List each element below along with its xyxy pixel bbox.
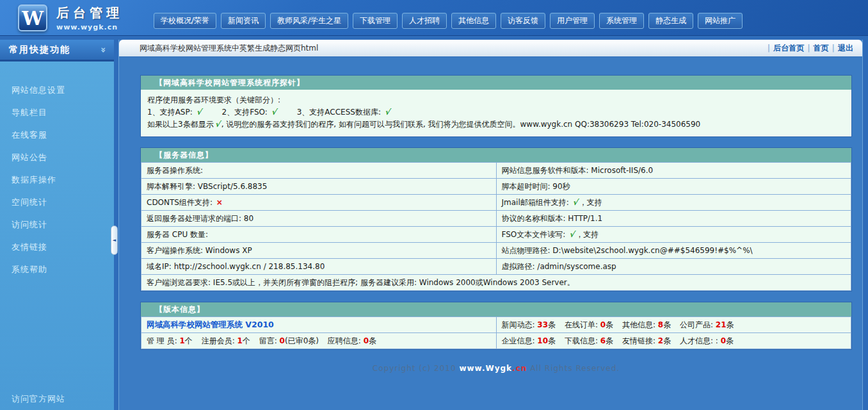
browser-requirements-cell: 客户端浏览器要求: IE5.5或以上，并关闭所有弹窗的阻拦程序; 服务器建议采用… [141, 275, 851, 291]
nav-tab-jobs[interactable]: 人才招聘 [402, 13, 447, 29]
sidebar-item-help[interactable]: 系统帮助 [0, 259, 114, 281]
sidebar-item-nav-columns[interactable]: 导航栏目 [0, 102, 114, 124]
brand-block: 后台管理 www.wygk.cn [56, 4, 123, 31]
footer-brand-cn: .cn [512, 364, 527, 373]
product-version-link[interactable]: 网域高科学校网站管理系统 V2010 [147, 320, 274, 329]
cpu-count-cell: 服务器 CPU 数量: [141, 227, 497, 243]
product-cell: 网域高科学校网站管理系统 V2010 [141, 317, 497, 333]
nav-tab-other-info[interactable]: 其他信息 [451, 13, 496, 29]
fso-rw-cell: FSO文本文件读写: √，支持 [496, 227, 851, 243]
stats-row1-cell: 新闻动态: 33条 在线订单: 0条 其他信息: 8条 公司产品: 21条 [496, 317, 851, 333]
topbar-links: | 后台首页 | 首页 | 退出 [768, 43, 853, 54]
logo-letter: W [22, 7, 44, 29]
check-icon: √ [383, 108, 391, 117]
script-timeout-cell: 脚本超时时间: 90秒 [496, 179, 851, 195]
page-title: 网域高科学校网站管理系统中英繁生成静态网页html [140, 43, 318, 54]
script-engine-cell: 脚本解释引擎: VBScript/5.6.8835 [141, 179, 497, 195]
site-url: www.wygk.cn [56, 23, 123, 31]
sidebar-header: 常用快捷功能 » [0, 40, 114, 62]
sidebar-menu: 网站信息设置 导航栏目 在线客服 网站公告 数据库操作 空间统计 访问统计 友情… [0, 62, 114, 281]
probe-box: 【网域高科学校网站管理系统程序探针】 程序使用服务器环境要求（关键部分）: 1、… [140, 75, 852, 137]
probe-line-3-pre: 如果以上3条都显示 [147, 120, 214, 129]
nav-tab-downloads[interactable]: 下载管理 [353, 13, 398, 29]
virtual-path-cell: 虚拟路径: /admin/syscome.asp [496, 259, 851, 275]
server-port-cell: 返回服务器处理请求的端口: 80 [141, 211, 497, 227]
iis-version-cell: 网站信息服务软件和版本: Microsoft-IIS/6.0 [496, 163, 851, 179]
probe-line-1: 程序使用服务器环境要求（关键部分）: [147, 94, 845, 106]
table-row: 客户端浏览器要求: IE5.5或以上，并关闭所有弹窗的阻拦程序; 服务器建议采用… [141, 275, 851, 291]
chevron-down-icon[interactable]: » [98, 47, 108, 53]
nav-tab-teachers[interactable]: 教师风采/学生之星 [270, 13, 348, 29]
app-logo-icon: W [18, 4, 47, 31]
logout-link[interactable]: 退出 [838, 43, 853, 54]
probe-line-3: 如果以上3条都显示√, 说明您的服务器支持我们的程序, 如有问题可以与我们联系,… [147, 119, 845, 131]
header-bar: W 后台管理 www.wygk.cn 学校概况/荣誉 新闻资讯 教师风采/学生之… [0, 0, 868, 36]
nav-tab-feedback[interactable]: 访客反馈 [501, 13, 545, 29]
check-icon: √ [270, 108, 278, 117]
probe-box-header: 【网域高科学校网站管理系统程序探针】 [141, 76, 851, 90]
nav-tab-promotion[interactable]: 网站推广 [698, 13, 743, 29]
server-os-cell: 服务器操作系统: [141, 163, 497, 179]
check-icon: √ [195, 108, 203, 117]
table-row: CDONTS组件支持: × Jmail邮箱组件支持: √，支持 [141, 195, 851, 211]
sidebar-item-site-info[interactable]: 网站信息设置 [0, 79, 114, 101]
physical-path-cell: 站点物理路径: D:\website\2school.wygk.cn@##$54… [496, 243, 851, 259]
check-icon: √ [568, 230, 575, 239]
probe-box-body: 程序使用服务器环境要求（关键部分）: 1、支持ASP:√ 2、支持FSO:√ 3… [141, 90, 851, 136]
copyright-text: Copyright (c) 2010 [373, 364, 460, 373]
check-icon: √ [214, 120, 221, 129]
sidebar-item-announcements[interactable]: 网站公告 [0, 147, 114, 168]
nav-tab-news[interactable]: 新闻资讯 [221, 13, 266, 29]
table-row: 服务器 CPU 数量: FSO文本文件读写: √，支持 [141, 227, 851, 243]
link-separator: | [768, 44, 770, 53]
sidebar-title: 常用快捷功能 [9, 44, 70, 56]
check-icon: √ [572, 198, 579, 207]
home-link[interactable]: 首页 [814, 43, 829, 54]
app-title: 后台管理 [56, 4, 123, 22]
probe-line-2: 1、支持ASP:√ 2、支持FSO:√ 3、支持ACCESS数据库:√ [147, 106, 845, 119]
stats-row2-right-cell: 企业信息: 10条 下载信息: 6条 友情链接: 2条 人才信息: : 0条 [496, 333, 851, 349]
sidebar-collapse-handle[interactable]: ◄ [111, 226, 118, 255]
cdonts-cell: CDONTS组件支持: × [141, 195, 497, 211]
req-access-label: 3、支持ACCESS数据库: [297, 108, 381, 117]
collapse-left-icon: ◄ [113, 238, 116, 243]
sidebar-item-database-ops[interactable]: 数据库操作 [0, 169, 114, 191]
content-area: 【网域高科学校网站管理系统程序探针】 程序使用服务器环境要求（关键部分）: 1、… [119, 58, 862, 373]
copyright-footer: Copyright (c) 2010 www.Wygk.cn All Right… [140, 364, 852, 373]
server-info-table: 服务器操作系统: 网站信息服务软件和版本: Microsoft-IIS/6.0 … [141, 162, 851, 291]
table-row: 客户端操作系统: Windows XP 站点物理路径: D:\website\2… [141, 243, 851, 259]
sidebar-item-space-stats[interactable]: 空间统计 [0, 192, 114, 213]
server-info-box: 【服务器信息】 服务器操作系统: 网站信息服务软件和版本: Microsoft-… [140, 147, 852, 291]
nav-tab-static-gen[interactable]: 静态生成 [648, 13, 693, 29]
sidebar-item-online-service[interactable]: 在线客服 [0, 124, 114, 146]
sidebar-item-visit-stats[interactable]: 访问统计 [0, 214, 114, 236]
table-row: 返回服务器处理请求的端口: 80 协议的名称和版本: HTTP/1.1 [141, 211, 851, 227]
content-topbar: 网域高科学校网站管理系统中英繁生成静态网页html | 后台首页 | 首页 | … [119, 40, 862, 58]
admin-home-link[interactable]: 后台首页 [773, 43, 804, 54]
version-info-table: 网域高科学校网站管理系统 V2010 新闻动态: 33条 在线订单: 0条 其他… [141, 316, 851, 349]
cross-icon: × [215, 198, 224, 207]
jmail-cell: Jmail邮箱组件支持: √，支持 [496, 195, 851, 211]
nav-tab-system[interactable]: 系统管理 [599, 13, 644, 29]
client-os-cell: 客户端操作系统: Windows XP [141, 243, 497, 259]
table-row: 服务器操作系统: 网站信息服务软件和版本: Microsoft-IIS/6.0 [141, 163, 851, 179]
table-row: 管 理 员: 1个 注册会员: 1个 留言: 0(已审0条) 应聘信息: 0条 … [141, 333, 851, 349]
version-box-header: 【版本信息】 [141, 302, 851, 316]
protocol-cell: 协议的名称和版本: HTTP/1.1 [496, 211, 851, 227]
nav-tab-users[interactable]: 用户管理 [550, 13, 595, 29]
official-site-link[interactable]: 访问官方网站 [12, 393, 65, 405]
nav-tab-school[interactable]: 学校概况/荣誉 [154, 13, 216, 29]
sidebar: 常用快捷功能 » 网站信息设置 导航栏目 在线客服 网站公告 数据库操作 空间统… [0, 40, 114, 410]
table-row: 域名IP: http://2school.wygk.cn / 218.85.13… [141, 259, 851, 275]
link-separator: | [832, 44, 835, 53]
req-fso-label: 2、支持FSO: [222, 108, 268, 117]
main-panel: 网域高科学校网站管理系统中英繁生成静态网页html | 后台首页 | 首页 | … [118, 40, 863, 410]
sidebar-item-friend-links[interactable]: 友情链接 [0, 236, 114, 258]
table-row: 网域高科学校网站管理系统 V2010 新闻动态: 33条 在线订单: 0条 其他… [141, 317, 851, 333]
link-separator: | [807, 44, 810, 53]
stats-row2-left-cell: 管 理 员: 1个 注册会员: 1个 留言: 0(已审0条) 应聘信息: 0条 [141, 333, 497, 349]
server-box-header: 【服务器信息】 [141, 148, 851, 162]
footer-brand: www.Wygk [459, 364, 512, 373]
req-asp-label: 1、支持ASP: [147, 108, 193, 117]
probe-line-3-post: , 说明您的服务器支持我们的程序, 如有问题可以与我们联系, 我们将为您提供优质… [221, 120, 701, 129]
